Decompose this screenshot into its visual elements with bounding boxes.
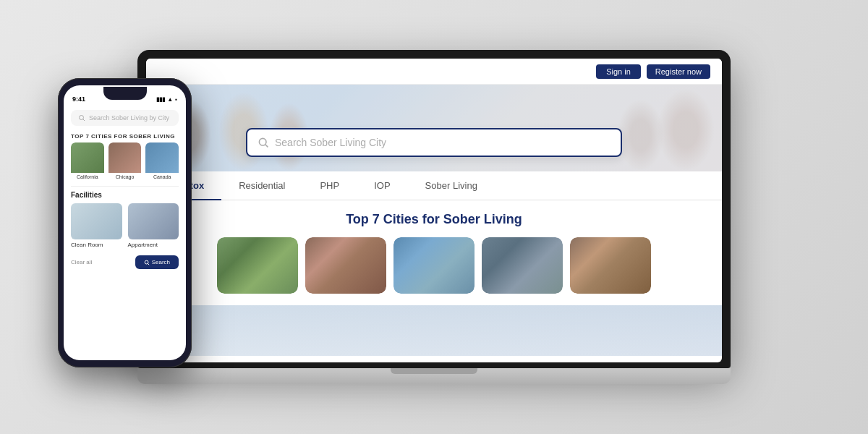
phone-outer: 9:41 ▮▮▮ ▲ ▪ Search Sober Living by City (58, 78, 192, 367)
phone-fac-card-1[interactable]: Clean Room (71, 203, 122, 248)
phone-facilities-row: Clean Room Appartment (71, 203, 179, 248)
phone-city-card-1[interactable]: California (71, 142, 104, 180)
phone-fac-img-2 (128, 203, 179, 239)
phone-city-img-1 (71, 142, 104, 173)
svg-line-5 (148, 263, 149, 265)
svg-point-2 (80, 116, 84, 120)
phone-search-icon (78, 114, 85, 122)
phone-divider (71, 186, 179, 187)
svg-line-1 (265, 145, 268, 148)
city-card-4[interactable] (482, 237, 563, 294)
bottom-col-3 (530, 305, 722, 356)
bottom-col-2 (338, 305, 529, 356)
signin-button[interactable]: Sign in (596, 64, 641, 79)
search-placeholder: Search Sober Living City (275, 137, 386, 148)
register-button[interactable]: Register now (647, 64, 710, 79)
search-bar[interactable]: Search Sober Living City (246, 128, 622, 157)
signal-icon: ▮▮▮ (156, 96, 165, 103)
tab-sober-living[interactable]: Sober Living (408, 171, 495, 200)
search-bar-container: Search Sober Living City (246, 128, 622, 157)
phone-time: 9:41 (72, 95, 85, 103)
phone-status-icons: ▮▮▮ ▲ ▪ (156, 96, 177, 103)
phone-fac-label-2: Appartment (128, 242, 179, 248)
phone-search-placeholder: Search Sober Living by City (89, 114, 169, 122)
city-image-1 (217, 237, 298, 294)
phone-city-img-2 (109, 142, 142, 173)
phone-city-label-3: Canada (145, 173, 179, 180)
svg-line-3 (83, 119, 85, 121)
phone-search-button[interactable]: Search (135, 255, 179, 269)
tabs-bar: Detox Residential PHP IOP Sober Living (146, 171, 722, 200)
phone-notch (103, 87, 147, 100)
wifi-icon: ▲ (167, 96, 173, 103)
phone-fac-card-2[interactable]: Appartment (128, 203, 179, 248)
city-card-3[interactable] (393, 237, 475, 294)
phone-city-label-1: California (71, 173, 104, 180)
phone-search-bar[interactable]: Search Sober Living by City (71, 110, 179, 126)
phone-clear-button[interactable]: Clear all (71, 259, 92, 265)
phone-screen: 9:41 ▮▮▮ ▲ ▪ Search Sober Living by City (64, 85, 186, 360)
city-image-5 (570, 237, 651, 294)
laptop-base (137, 368, 731, 384)
bottom-blur (146, 305, 722, 356)
tab-iop[interactable]: IOP (357, 171, 407, 200)
city-image-2 (305, 237, 386, 294)
phone-city-card-3[interactable]: Canada (145, 142, 179, 180)
tab-php[interactable]: PHP (302, 171, 357, 200)
phone-action-bar: Clear all Search (64, 248, 186, 273)
city-card-1[interactable] (217, 237, 298, 294)
phone-search-btn-label: Search (152, 259, 170, 265)
phone-city-card-2[interactable]: Chicago (109, 142, 142, 180)
main-content: Top 7 Cities for Sober Living (146, 200, 722, 305)
city-card-5[interactable] (570, 237, 651, 294)
battery-icon: ▪ (175, 96, 177, 103)
tab-residential[interactable]: Residential (221, 171, 302, 200)
scene: Sign in Register now (0, 0, 868, 434)
hero-section: Search Sober Living City (146, 85, 722, 171)
phone-city-label-2: Chicago (109, 173, 142, 180)
laptop-device: Sign in Register now (137, 50, 731, 384)
city-image-3 (393, 237, 475, 294)
phone-device: 9:41 ▮▮▮ ▲ ▪ Search Sober Living by City (58, 78, 192, 367)
phone-facilities-section: Facilities Clean Room Appartment (64, 191, 186, 248)
phone-fac-label-1: Clean Room (71, 242, 122, 248)
city-card-2[interactable] (305, 237, 386, 294)
section-title: Top 7 Cities for Sober Living (161, 212, 707, 227)
phone-cities-row: California Chicago Canada (64, 142, 186, 186)
laptop-screen-outer: Sign in Register now (137, 50, 731, 368)
phone-facilities-title: Facilities (71, 191, 179, 199)
phone-top-cities-label: TOP 7 CITIES FOR SOBER LIVING (64, 130, 186, 142)
search-icon (258, 137, 269, 148)
laptop-screen: Sign in Register now (146, 59, 722, 362)
phone-fac-img-1 (71, 203, 122, 239)
phone-city-img-3 (145, 142, 179, 173)
cities-grid (161, 237, 707, 294)
bottom-section (146, 305, 722, 356)
svg-point-0 (259, 138, 266, 145)
city-image-4 (482, 237, 563, 294)
svg-point-4 (145, 260, 148, 264)
phone-search-btn-icon (144, 260, 150, 265)
app-header: Sign in Register now (146, 59, 722, 85)
